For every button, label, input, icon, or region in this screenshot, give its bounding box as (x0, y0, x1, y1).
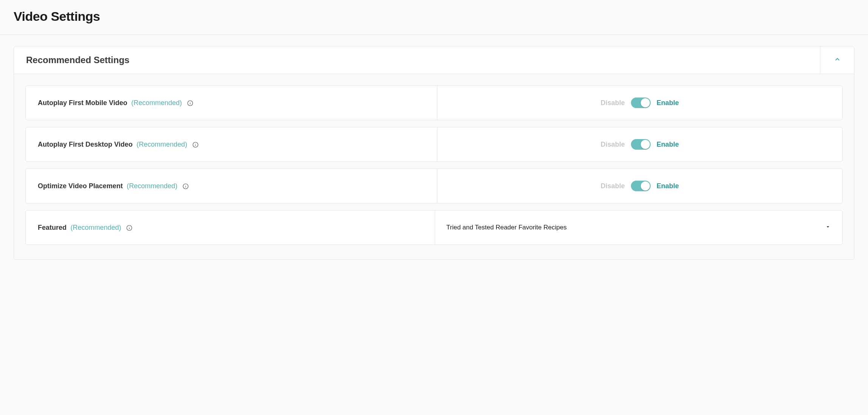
setting-label-wrap: Autoplay First Desktop Video (Recommende… (38, 141, 199, 149)
toggle-switch[interactable] (631, 139, 651, 150)
toggle-knob (641, 181, 650, 190)
recommended-tag: (Recommended) (70, 224, 121, 231)
info-icon[interactable] (187, 100, 194, 107)
setting-label: Optimize Video Placement (38, 182, 123, 190)
toggle-knob (641, 98, 650, 107)
card-header-title-wrap: Recommended Settings (14, 46, 820, 74)
setting-right: Disable Enable (437, 127, 843, 161)
recommended-tag: (Recommended) (131, 99, 182, 107)
recommended-tag: (Recommended) (136, 141, 187, 148)
card-body: Autoplay First Mobile Video (Recommended… (14, 74, 854, 259)
page-title: Video Settings (14, 9, 854, 24)
enable-label: Enable (657, 99, 679, 107)
setting-row-autoplay-mobile: Autoplay First Mobile Video (Recommended… (25, 85, 843, 120)
setting-row-autoplay-desktop: Autoplay First Desktop Video (Recommende… (25, 127, 843, 162)
enable-label: Enable (657, 182, 679, 190)
collapse-toggle-button[interactable] (820, 46, 854, 74)
toggle-knob (641, 140, 650, 149)
featured-select[interactable]: Tried and Tested Reader Favorite Recipes (435, 211, 843, 245)
disable-label: Disable (601, 99, 625, 107)
info-icon[interactable] (182, 183, 189, 190)
toggle-switch[interactable] (631, 98, 651, 108)
setting-label-wrap: Featured (Recommended) (38, 224, 133, 232)
svg-point-5 (195, 144, 195, 144)
setting-right: Disable Enable (437, 86, 843, 120)
setting-left: Autoplay First Desktop Video (Recommende… (26, 127, 437, 161)
info-icon[interactable] (192, 141, 199, 148)
chevron-down-icon (825, 224, 831, 231)
content-area: Recommended Settings Autoplay First Mobi… (0, 35, 868, 267)
svg-point-11 (129, 227, 129, 227)
setting-label: Autoplay First Mobile Video (38, 99, 127, 107)
select-value: Tried and Tested Reader Favorite Recipes (446, 224, 567, 231)
setting-label-wrap: Autoplay First Mobile Video (Recommended… (38, 99, 194, 107)
setting-row-featured: Featured (Recommended) Tried and Tested … (25, 210, 843, 245)
card-header: Recommended Settings (14, 46, 854, 74)
enable-label: Enable (657, 141, 679, 149)
info-icon[interactable] (126, 225, 133, 231)
page-header: Video Settings (0, 0, 868, 35)
setting-label: Featured (38, 224, 67, 231)
setting-label: Autoplay First Desktop Video (38, 141, 133, 148)
setting-right: Disable Enable (437, 169, 843, 203)
recommended-settings-card: Recommended Settings Autoplay First Mobi… (14, 46, 854, 260)
setting-left: Optimize Video Placement (Recommended) (26, 169, 437, 203)
svg-point-2 (190, 102, 190, 102)
setting-left: Featured (Recommended) (26, 211, 435, 245)
setting-label-wrap: Optimize Video Placement (Recommended) (38, 182, 189, 190)
disable-label: Disable (601, 182, 625, 190)
setting-row-optimize-placement: Optimize Video Placement (Recommended) D… (25, 169, 843, 203)
toggle-switch[interactable] (631, 181, 651, 191)
chevron-up-icon (833, 55, 842, 65)
svg-point-8 (185, 185, 186, 186)
recommended-tag: (Recommended) (127, 182, 177, 190)
setting-left: Autoplay First Mobile Video (Recommended… (26, 86, 437, 120)
card-header-title: Recommended Settings (26, 55, 808, 65)
disable-label: Disable (601, 141, 625, 149)
